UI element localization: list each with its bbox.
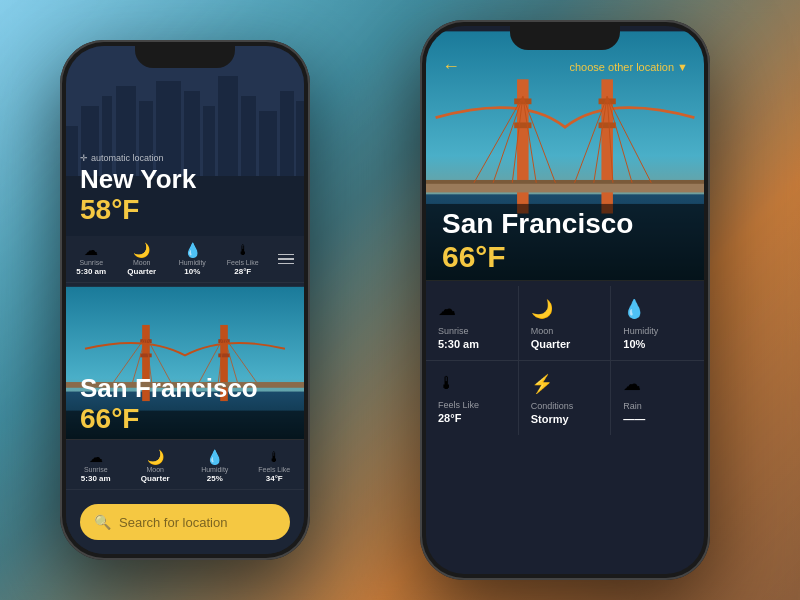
p2-feels-cell: 🌡 Feels Like 28°F — [426, 361, 519, 435]
phone-2-screen: ← choose other location ▼ San Francisco … — [426, 26, 704, 574]
feels-icon-2: 🌡 — [267, 449, 281, 465]
menu-line-1 — [278, 254, 294, 256]
feels-icon-1: 🌡 — [236, 242, 250, 258]
p2-temperature: 66°F — [442, 240, 633, 274]
p2-feels-label: Feels Like — [438, 400, 506, 410]
p2-sunrise-value: 5:30 am — [438, 338, 506, 350]
ny-temperature: 58°F — [80, 194, 290, 226]
search-placeholder: Search for location — [119, 515, 227, 530]
menu-line-2 — [278, 258, 294, 260]
menu-line-3 — [278, 263, 294, 265]
search-icon: 🔍 — [94, 514, 111, 530]
ny-stats-row: ☁ Sunrise 5:30 am 🌙 Moon Quarter 💧 Humid… — [66, 236, 304, 283]
svg-rect-40 — [426, 180, 704, 184]
sf-stat-feels: 🌡 Feels Like 34°F — [245, 443, 305, 489]
cloud-icon-1: ☁ — [84, 242, 98, 258]
p2-stats-row2: 🌡 Feels Like 28°F ⚡ Conditions Stormy ☁ … — [426, 361, 704, 435]
p2-rain-cell: ☁ Rain —— — [611, 361, 704, 435]
p2-conditions-label: Conditions — [531, 401, 599, 411]
moon-value: Quarter — [127, 267, 156, 276]
sf-stat-humidity: 💧 Humidity 25% — [185, 443, 245, 489]
sf-stat-sunrise: ☁ Sunrise 5:30 am — [66, 443, 126, 489]
p2-moon-icon: 🌙 — [531, 298, 599, 320]
cloud-icon-2: ☁ — [89, 449, 103, 465]
sf-sunrise-label: Sunrise — [84, 466, 108, 473]
humidity-value: 10% — [184, 267, 200, 276]
popular-section: Popular Searches Paris 46°F — [66, 550, 304, 554]
sunrise-label: Sunrise — [79, 259, 103, 266]
svg-rect-5 — [140, 353, 151, 357]
p2-sunrise-cell: ☁ Sunrise 5:30 am — [426, 286, 519, 360]
sf-stats-row: ☁ Sunrise 5:30 am 🌙 Moon Quarter 💧 Humid… — [66, 443, 304, 490]
ny-section: ✛ automatic location New York 58°F — [66, 46, 304, 236]
auto-location: ✛ automatic location — [80, 153, 290, 163]
p2-city-name: San Francisco — [442, 208, 633, 240]
sf-temperature: 66°F — [80, 403, 258, 435]
notch-2 — [510, 26, 620, 50]
ny-stat-feels: 🌡 Feels Like 28°F — [218, 236, 269, 282]
svg-rect-7 — [218, 353, 229, 357]
p2-sunrise-icon: ☁ — [438, 298, 506, 320]
ny-info: ✛ automatic location New York 58°F — [80, 153, 290, 226]
search-bar[interactable]: 🔍 Search for location — [80, 504, 290, 540]
back-button[interactable]: ← — [442, 56, 460, 77]
sf-humidity-value: 25% — [207, 474, 223, 483]
location-selector[interactable]: choose other location ▼ — [569, 61, 688, 73]
p2-rain-label: Rain — [623, 401, 692, 411]
phone-1-screen: ✛ automatic location New York 58°F ☁ Sun… — [66, 46, 304, 554]
p2-feels-value: 28°F — [438, 412, 506, 424]
ny-stat-sunrise: ☁ Sunrise 5:30 am — [66, 236, 117, 282]
p2-rain-value: —— — [623, 413, 692, 425]
sf-info: San Francisco 66°F — [80, 374, 258, 435]
p2-humidity-label: Humidity — [623, 326, 692, 336]
menu-button[interactable] — [268, 236, 304, 282]
p2-moon-label: Moon — [531, 326, 599, 336]
sunrise-value: 5:30 am — [76, 267, 106, 276]
search-section: 🔍 Search for location — [66, 490, 304, 550]
sf-section: San Francisco 66°F — [66, 283, 304, 443]
notch-1 — [135, 46, 235, 68]
p2-humidity-value: 10% — [623, 338, 692, 350]
p2-city-info: San Francisco 66°F — [442, 208, 633, 274]
moon-icon-2: 🌙 — [147, 449, 164, 465]
svg-rect-36 — [514, 122, 531, 128]
moon-label: Moon — [133, 259, 151, 266]
phone-1: ✛ automatic location New York 58°F ☁ Sun… — [60, 40, 310, 560]
svg-rect-38 — [599, 122, 616, 128]
p2-humidity-icon: 💧 — [623, 298, 692, 320]
feels-label: Feels Like — [227, 259, 259, 266]
p2-hero: ← choose other location ▼ San Francisco … — [426, 26, 704, 286]
sf-feels-value: 34°F — [266, 474, 283, 483]
p2-moon-value: Quarter — [531, 338, 599, 350]
ny-stat-humidity: 💧 Humidity 10% — [167, 236, 218, 282]
sf-feels-label: Feels Like — [258, 466, 290, 473]
phone-2: ← choose other location ▼ San Francisco … — [420, 20, 710, 580]
ny-stat-moon: 🌙 Moon Quarter — [117, 236, 168, 282]
humidity-label: Humidity — [179, 259, 206, 266]
sf-stat-moon: 🌙 Moon Quarter — [126, 443, 186, 489]
p2-header: ← choose other location ▼ — [426, 56, 704, 77]
humidity-icon-1: 💧 — [184, 242, 201, 258]
ny-city-name: New York — [80, 165, 290, 194]
p2-conditions-icon: ⚡ — [531, 373, 599, 395]
humidity-icon-2: 💧 — [206, 449, 223, 465]
p2-sunrise-label: Sunrise — [438, 326, 506, 336]
sf-city-name: San Francisco — [80, 374, 258, 403]
location-icon: ✛ — [80, 153, 88, 163]
p2-moon-cell: 🌙 Moon Quarter — [519, 286, 612, 360]
p2-stats-row1: ☁ Sunrise 5:30 am 🌙 Moon Quarter 💧 Humid… — [426, 286, 704, 361]
sf-moon-label: Moon — [146, 466, 164, 473]
sf-humidity-label: Humidity — [201, 466, 228, 473]
p2-humidity-cell: 💧 Humidity 10% — [611, 286, 704, 360]
p2-conditions-cell: ⚡ Conditions Stormy — [519, 361, 612, 435]
moon-icon-1: 🌙 — [133, 242, 150, 258]
feels-value: 28°F — [234, 267, 251, 276]
p2-rain-icon: ☁ — [623, 373, 692, 395]
p2-feels-icon: 🌡 — [438, 373, 506, 394]
sf-sunrise-value: 5:30 am — [81, 474, 111, 483]
p2-conditions-value: Stormy — [531, 413, 599, 425]
svg-rect-39 — [426, 183, 704, 193]
sf-moon-value: Quarter — [141, 474, 170, 483]
